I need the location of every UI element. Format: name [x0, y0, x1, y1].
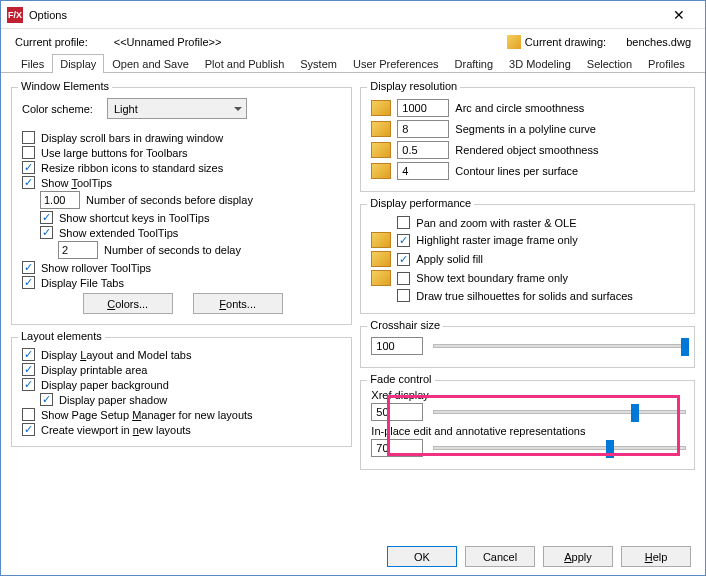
input-segments[interactable] [397, 120, 449, 138]
res-icon [371, 121, 391, 137]
group-title-layout: Layout elements [18, 330, 105, 342]
input-inplace[interactable] [371, 439, 423, 457]
profile-value: <<Unnamed Profile>> [114, 36, 222, 48]
tab-files[interactable]: Files [13, 54, 52, 73]
input-arc[interactable] [397, 99, 449, 117]
lbl-rendered: Rendered object smoothness [455, 144, 598, 156]
chk-file-tabs[interactable] [22, 276, 35, 289]
input-contour[interactable] [397, 162, 449, 180]
res-icon [371, 163, 391, 179]
lbl-seconds-before: Number of seconds before display [86, 194, 253, 206]
chk-pan-zoom[interactable] [397, 216, 410, 229]
tab-display[interactable]: Display [52, 54, 104, 73]
group-window-elements: Window Elements Color scheme: Light Disp… [11, 87, 352, 325]
lbl-paper-shadow: Display paper shadow [59, 394, 167, 406]
lbl-file-tabs: Display File Tabs [41, 277, 124, 289]
drawing-value: benches.dwg [626, 36, 691, 48]
chk-viewport[interactable] [22, 423, 35, 436]
lbl-pan-zoom: Pan and zoom with raster & OLE [416, 217, 576, 229]
chk-resize-ribbon[interactable] [22, 161, 35, 174]
slider-crosshair[interactable] [433, 344, 686, 348]
tab-open-save[interactable]: Open and Save [104, 54, 196, 73]
ok-button[interactable]: OK [387, 546, 457, 567]
chk-paper-bg[interactable] [22, 378, 35, 391]
input-crosshair[interactable] [371, 337, 423, 355]
tab-3d-modeling[interactable]: 3D Modeling [501, 54, 579, 73]
group-title-perf: Display performance [367, 197, 474, 209]
app-icon: F/X [7, 7, 23, 23]
chk-text-boundary[interactable] [397, 272, 410, 285]
input-rendered[interactable] [397, 141, 449, 159]
input-seconds-before[interactable] [40, 191, 80, 209]
group-title-crosshair: Crosshair size [367, 319, 443, 331]
chk-rollover[interactable] [22, 261, 35, 274]
lbl-text-boundary: Show text boundary frame only [416, 272, 568, 284]
xref-label: Xref display [371, 389, 686, 401]
slider-xref[interactable] [433, 410, 686, 414]
help-button[interactable]: Help [621, 546, 691, 567]
drawing-label: Current drawing: [525, 36, 606, 48]
lbl-contour: Contour lines per surface [455, 165, 578, 177]
group-title-fade: Fade control [367, 373, 434, 385]
group-title-res: Display resolution [367, 80, 460, 92]
lbl-shortcut-keys: Show shortcut keys in ToolTips [59, 212, 209, 224]
group-layout-elements: Layout elements Display Layout and Model… [11, 337, 352, 447]
profile-label: Current profile: [15, 36, 88, 48]
lbl-rollover: Show rollover ToolTips [41, 262, 151, 274]
tab-system[interactable]: System [292, 54, 345, 73]
chk-page-setup[interactable] [22, 408, 35, 421]
lbl-printable: Display printable area [41, 364, 147, 376]
chk-highlight-raster[interactable] [397, 234, 410, 247]
chk-printable[interactable] [22, 363, 35, 376]
lbl-scrollbars: Display scroll bars in drawing window [41, 132, 223, 144]
slider-inplace[interactable] [433, 446, 686, 450]
tab-strip: Files Display Open and Save Plot and Pub… [1, 51, 705, 73]
window-title: Options [29, 9, 659, 21]
group-display-resolution: Display resolution Arc and circle smooth… [360, 87, 695, 192]
group-fade-control: Fade control Xref display In-place edit … [360, 380, 695, 470]
slider-thumb[interactable] [606, 440, 614, 458]
res-icon [371, 100, 391, 116]
input-xref[interactable] [371, 403, 423, 421]
color-scheme-select[interactable]: Light [107, 98, 247, 119]
tab-plot-publish[interactable]: Plot and Publish [197, 54, 293, 73]
cancel-button[interactable]: Cancel [465, 546, 535, 567]
tab-drafting[interactable]: Drafting [447, 54, 502, 73]
fonts-button[interactable]: Fonts... [193, 293, 283, 314]
group-crosshair: Crosshair size [360, 326, 695, 368]
chk-extended-tt[interactable] [40, 226, 53, 239]
tab-selection[interactable]: Selection [579, 54, 640, 73]
chk-show-tooltips[interactable] [22, 176, 35, 189]
lbl-page-setup: Show Page Setup Manager for new layouts [41, 409, 253, 421]
apply-button[interactable]: Apply [543, 546, 613, 567]
chk-scrollbars[interactable] [22, 131, 35, 144]
colors-button[interactable]: Colors... [83, 293, 173, 314]
perf-icon [371, 251, 391, 267]
input-seconds-delay[interactable] [58, 241, 98, 259]
chk-solid-fill[interactable] [397, 253, 410, 266]
perf-icon [371, 270, 391, 286]
chk-paper-shadow[interactable] [40, 393, 53, 406]
slider-thumb[interactable] [681, 338, 689, 356]
slider-thumb[interactable] [631, 404, 639, 422]
lbl-solid-fill: Apply solid fill [416, 253, 483, 265]
lbl-paper-bg: Display paper background [41, 379, 169, 391]
group-title: Window Elements [18, 80, 112, 92]
lbl-silhouettes: Draw true silhouettes for solids and sur… [416, 290, 632, 302]
tab-profiles[interactable]: Profiles [640, 54, 693, 73]
lbl-resize-ribbon: Resize ribbon icons to standard sizes [41, 162, 223, 174]
close-button[interactable]: ✕ [659, 1, 699, 29]
chk-layout-tabs[interactable] [22, 348, 35, 361]
lbl-arc: Arc and circle smoothness [455, 102, 584, 114]
lbl-large-buttons: Use large buttons for Toolbars [41, 147, 188, 159]
res-icon [371, 142, 391, 158]
profile-row: Current profile: <<Unnamed Profile>> Cur… [1, 29, 705, 51]
chk-shortcut-keys[interactable] [40, 211, 53, 224]
chk-large-buttons[interactable] [22, 146, 35, 159]
titlebar: F/X Options ✕ [1, 1, 705, 29]
chk-silhouettes[interactable] [397, 289, 410, 302]
lbl-layout-tabs: Display Layout and Model tabs [41, 349, 191, 361]
tab-user-prefs[interactable]: User Preferences [345, 54, 447, 73]
color-scheme-value: Light [114, 103, 138, 115]
dialog-footer: OK Cancel Apply Help [387, 546, 691, 567]
